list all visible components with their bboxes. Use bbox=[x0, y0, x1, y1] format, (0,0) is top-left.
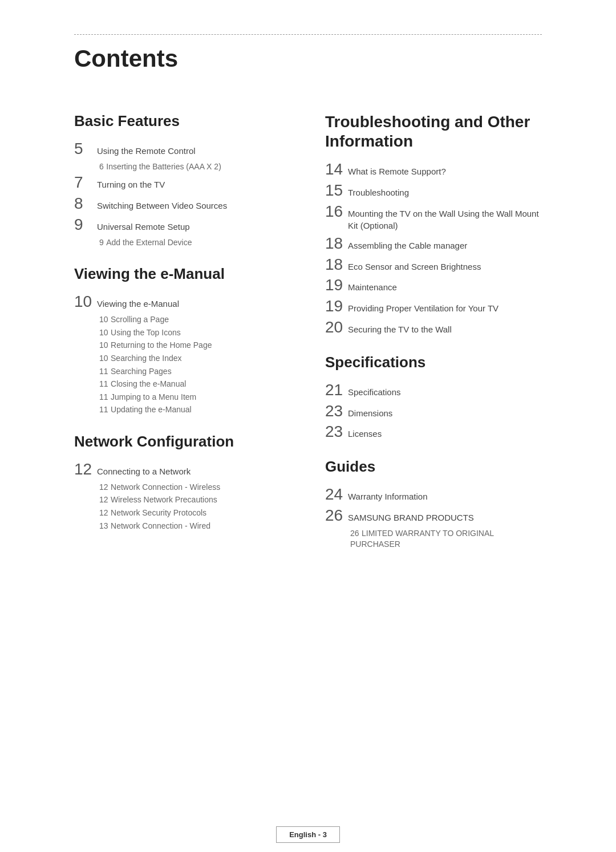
toc-text: Inserting the Batteries (AAA X 2) bbox=[106, 162, 221, 171]
toc-num: 14 bbox=[325, 161, 348, 178]
toc-text: Scrolling a Page bbox=[111, 315, 169, 324]
footer-label: English - 3 bbox=[276, 826, 340, 843]
toc-text: Warranty Information bbox=[348, 490, 428, 502]
toc-num: 11 bbox=[99, 392, 108, 401]
toc-num: 18 bbox=[325, 256, 348, 274]
toc-entry-14: 14 What is Remote Support? bbox=[325, 161, 542, 178]
page-footer: English - 3 bbox=[0, 817, 616, 852]
toc-sub-12a: 12 Network Connection - Wireless bbox=[99, 482, 291, 493]
toc-entry-10: 10 Viewing the e-Manual bbox=[74, 293, 291, 311]
toc-entry-26: 26 SAMSUNG BRAND PRODUCTS bbox=[325, 507, 542, 525]
toc-entry-7: 7 Turning on the TV bbox=[74, 174, 291, 192]
toc-text: Searching Pages bbox=[111, 367, 172, 376]
toc-num: 23 bbox=[325, 423, 348, 441]
toc-num: 8 bbox=[74, 195, 97, 213]
toc-entry-5: 5 Using the Remote Control bbox=[74, 140, 291, 158]
toc-sub-11a: 11 Searching Pages bbox=[99, 366, 291, 378]
toc-sub-13: 13 Network Connection - Wired bbox=[99, 521, 291, 532]
toc-entry-8: 8 Switching Between Video Sources bbox=[74, 195, 291, 213]
toc-text: LIMITED WARRANTY TO ORIGINAL PURCHASER bbox=[350, 529, 494, 549]
toc-text: SAMSUNG BRAND PRODUCTS bbox=[348, 512, 474, 524]
toc-sub-10c: 10 Returning to the Home Page bbox=[99, 340, 291, 351]
toc-sub-9a: 9 Add the External Device bbox=[99, 237, 291, 249]
toc-text: Dimensions bbox=[348, 407, 392, 419]
toc-num: 10 bbox=[74, 293, 97, 311]
toc-sub-11c: 11 Jumping to a Menu Item bbox=[99, 392, 291, 403]
toc-num: 10 bbox=[99, 340, 108, 350]
main-columns: Basic Features 5 Using the Remote Contro… bbox=[74, 95, 542, 556]
toc-num: 26 bbox=[325, 507, 348, 525]
section-guides: Guides 24 Warranty Information 26 SAMSUN… bbox=[325, 458, 542, 550]
toc-text: Using the Remote Control bbox=[97, 145, 196, 157]
toc-entry-9: 9 Universal Remote Setup bbox=[74, 216, 291, 234]
toc-entry-24: 24 Warranty Information bbox=[325, 486, 542, 504]
toc-text: Wireless Network Precautions bbox=[111, 495, 217, 504]
section-basic-features: Basic Features 5 Using the Remote Contro… bbox=[74, 112, 291, 248]
section-specifications: Specifications 21 Specifications 23 Dime… bbox=[325, 354, 542, 441]
toc-num: 9 bbox=[99, 238, 104, 247]
dashed-divider bbox=[74, 34, 542, 35]
toc-num: 18 bbox=[325, 235, 348, 253]
toc-entry-21: 21 Specifications bbox=[325, 382, 542, 399]
toc-num: 11 bbox=[99, 367, 108, 376]
toc-text: Turning on the TV bbox=[97, 178, 165, 190]
toc-num: 19 bbox=[325, 298, 348, 315]
toc-num: 11 bbox=[99, 379, 108, 388]
toc-text: Maintenance bbox=[348, 281, 397, 293]
toc-text: Updating the e-Manual bbox=[111, 405, 192, 414]
toc-text: Jumping to a Menu Item bbox=[111, 392, 196, 401]
toc-entry-18a: 18 Assembling the Cable manager bbox=[325, 235, 542, 253]
toc-num: 16 bbox=[325, 203, 348, 221]
toc-num: 7 bbox=[74, 174, 97, 192]
toc-entry-20: 20 Securing the TV to the Wall bbox=[325, 319, 542, 336]
section-title-viewing: Viewing the e-Manual bbox=[74, 265, 291, 283]
toc-sub-6: 6 Inserting the Batteries (AAA X 2) bbox=[99, 161, 291, 173]
section-title-specs: Specifications bbox=[325, 354, 542, 371]
toc-num: 6 bbox=[99, 162, 104, 171]
toc-text: Add the External Device bbox=[106, 238, 192, 247]
toc-sub-10b: 10 Using the Top Icons bbox=[99, 327, 291, 339]
toc-text: Assembling the Cable manager bbox=[348, 240, 467, 251]
toc-entry-18b: 18 Eco Sensor and Screen Brightness bbox=[325, 256, 542, 274]
toc-text: Providing Proper Ventilation for Your TV bbox=[348, 302, 499, 314]
toc-text: Licenses bbox=[348, 428, 382, 440]
toc-sub-26a: 26 LIMITED WARRANTY TO ORIGINAL PURCHASE… bbox=[350, 528, 542, 550]
toc-text: What is Remote Support? bbox=[348, 165, 446, 177]
toc-num: 12 bbox=[74, 461, 97, 478]
toc-num: 19 bbox=[325, 277, 348, 294]
toc-sub-11b: 11 Closing the e-Manual bbox=[99, 379, 291, 390]
toc-text: Universal Remote Setup bbox=[97, 221, 190, 233]
toc-num: 12 bbox=[99, 508, 108, 517]
page-title: Contents bbox=[74, 45, 542, 72]
toc-num: 26 bbox=[350, 529, 359, 538]
toc-text: Mounting the TV on the Wall Using the Wa… bbox=[348, 208, 542, 232]
toc-num: 5 bbox=[74, 140, 97, 158]
toc-num: 10 bbox=[99, 315, 108, 324]
toc-num: 13 bbox=[99, 521, 108, 530]
toc-num: 20 bbox=[325, 319, 348, 336]
toc-sub-12c: 12 Network Security Protocols bbox=[99, 508, 291, 519]
toc-num: 10 bbox=[99, 328, 108, 337]
toc-num: 10 bbox=[99, 354, 108, 363]
toc-entry-23b: 23 Licenses bbox=[325, 423, 542, 441]
toc-text: Switching Between Video Sources bbox=[97, 200, 227, 212]
toc-text: Closing the e-Manual bbox=[111, 379, 186, 388]
toc-text: Network Security Protocols bbox=[111, 508, 206, 517]
toc-text: Returning to the Home Page bbox=[111, 340, 212, 350]
toc-entry-19b: 19 Providing Proper Ventilation for Your… bbox=[325, 298, 542, 315]
toc-num: 24 bbox=[325, 486, 348, 504]
toc-num: 9 bbox=[74, 216, 97, 234]
toc-sub-10a: 10 Scrolling a Page bbox=[99, 314, 291, 326]
right-column: Troubleshooting and Other Information 14… bbox=[325, 95, 542, 556]
section-title-basic-features: Basic Features bbox=[74, 112, 291, 130]
section-title-guides: Guides bbox=[325, 458, 542, 476]
toc-num: 21 bbox=[325, 382, 348, 399]
toc-text: Eco Sensor and Screen Brightness bbox=[348, 261, 481, 273]
toc-entry-19a: 19 Maintenance bbox=[325, 277, 542, 294]
section-network-config: Network Configuration 12 Connecting to a… bbox=[74, 433, 291, 532]
toc-entry-16: 16 Mounting the TV on the Wall Using the… bbox=[325, 203, 542, 232]
toc-text: Troubleshooting bbox=[348, 186, 409, 198]
toc-sub-11d: 11 Updating the e-Manual bbox=[99, 404, 291, 416]
toc-entry-23a: 23 Dimensions bbox=[325, 403, 542, 420]
toc-text: Network Connection - Wireless bbox=[111, 482, 220, 492]
